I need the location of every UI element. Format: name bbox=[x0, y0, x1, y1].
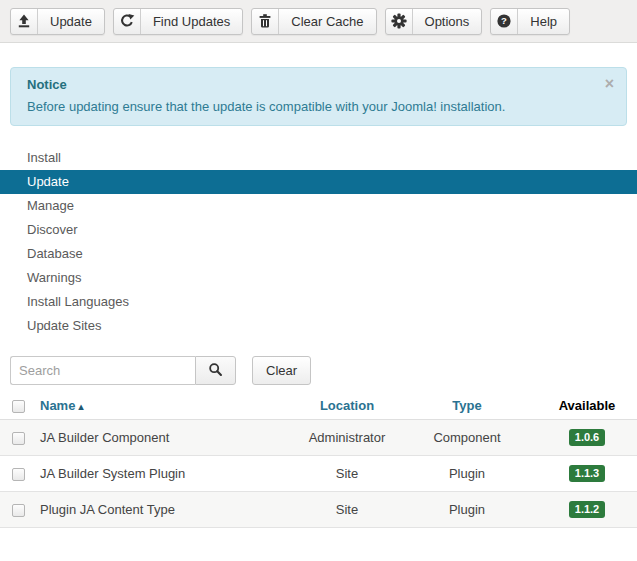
extension-location: Site bbox=[297, 455, 397, 491]
sort-ascending-icon: ▴ bbox=[78, 401, 83, 412]
close-icon[interactable]: × bbox=[605, 76, 614, 92]
button-label: Help bbox=[518, 9, 569, 34]
upload-icon bbox=[11, 9, 38, 34]
sidebar-item-manage[interactable]: Manage bbox=[0, 194, 637, 218]
button-label: Options bbox=[413, 9, 482, 34]
svg-text:?: ? bbox=[501, 15, 507, 26]
find-updates-button[interactable]: Find Updates bbox=[113, 8, 243, 35]
extension-type: Plugin bbox=[397, 491, 537, 527]
options-button[interactable]: Options bbox=[385, 8, 483, 35]
notice-title: Notice bbox=[27, 77, 612, 92]
extension-name: JA Builder Component bbox=[32, 419, 297, 455]
clear-button[interactable]: Clear bbox=[252, 356, 311, 385]
refresh-icon bbox=[114, 9, 141, 34]
sidebar-item-update-sites[interactable]: Update Sites bbox=[0, 314, 637, 338]
version-badge: 1.1.3 bbox=[569, 465, 605, 482]
button-label: Clear Cache bbox=[279, 9, 375, 34]
sidebar-item-database[interactable]: Database bbox=[0, 242, 637, 266]
version-badge: 1.1.2 bbox=[569, 501, 605, 518]
sidebar-item-install[interactable]: Install bbox=[0, 146, 637, 170]
extension-location: Administrator bbox=[297, 419, 397, 455]
gear-icon bbox=[386, 9, 413, 34]
search-input[interactable] bbox=[10, 356, 195, 385]
sidebar-item-install-languages[interactable]: Install Languages bbox=[0, 290, 637, 314]
button-label: Update bbox=[38, 9, 104, 34]
clear-cache-button[interactable]: Clear Cache bbox=[251, 8, 376, 35]
button-label: Find Updates bbox=[141, 9, 242, 34]
sidebar-item-discover[interactable]: Discover bbox=[0, 218, 637, 242]
search-bar: Clear bbox=[10, 356, 637, 385]
updates-table: Name▴ Location Type Available JA Builder… bbox=[0, 393, 637, 528]
extension-location: Site bbox=[297, 491, 397, 527]
sort-by-name-link[interactable]: Name bbox=[40, 398, 75, 413]
sort-by-location-link[interactable]: Location bbox=[320, 398, 374, 413]
help-icon: ? bbox=[491, 9, 518, 34]
notice-message: Before updating ensure that the update i… bbox=[27, 99, 612, 114]
sidebar-item-update[interactable]: Update bbox=[0, 170, 637, 194]
row-checkbox[interactable] bbox=[12, 432, 25, 445]
installer-menu: Install Update Manage Discover Database … bbox=[0, 146, 637, 338]
toolbar: Update Find Updates Clear Cache bbox=[0, 0, 637, 43]
extension-type: Component bbox=[397, 419, 537, 455]
extension-name: Plugin JA Content Type bbox=[32, 491, 297, 527]
trash-icon bbox=[252, 9, 279, 34]
update-button[interactable]: Update bbox=[10, 8, 105, 35]
row-checkbox[interactable] bbox=[12, 468, 25, 481]
table-header-row: Name▴ Location Type Available bbox=[0, 393, 637, 419]
table-row: JA Builder Component Administrator Compo… bbox=[0, 419, 637, 455]
help-button[interactable]: ? Help bbox=[490, 8, 570, 35]
sort-by-type-link[interactable]: Type bbox=[452, 398, 481, 413]
extension-name: JA Builder System Plugin bbox=[32, 455, 297, 491]
select-all-checkbox[interactable] bbox=[12, 400, 25, 413]
sidebar-item-warnings[interactable]: Warnings bbox=[0, 266, 637, 290]
notice-alert: × Notice Before updating ensure that the… bbox=[10, 67, 627, 126]
search-button[interactable] bbox=[195, 356, 236, 385]
extension-type: Plugin bbox=[397, 455, 537, 491]
search-icon bbox=[208, 362, 223, 380]
table-row: Plugin JA Content Type Site Plugin 1.1.2 bbox=[0, 491, 637, 527]
version-badge: 1.0.6 bbox=[569, 429, 605, 446]
row-checkbox[interactable] bbox=[12, 504, 25, 517]
table-row: JA Builder System Plugin Site Plugin 1.1… bbox=[0, 455, 637, 491]
column-header-available: Available bbox=[537, 393, 637, 419]
